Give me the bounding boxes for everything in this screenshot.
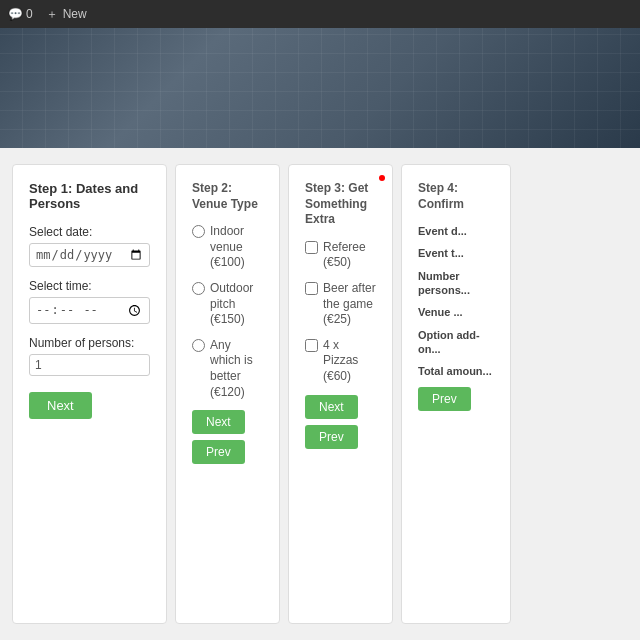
venue-label-any: Any which is better (€120) bbox=[210, 338, 263, 400]
extra-checkbox-referee[interactable] bbox=[305, 241, 318, 254]
extra-label-pizza: 4 x Pizzas (€60) bbox=[323, 338, 376, 385]
confirm-total: Total amoun... bbox=[418, 364, 494, 378]
step3-title: Step 3: Get Something Extra bbox=[305, 181, 376, 228]
venue-radio-any[interactable] bbox=[192, 339, 205, 352]
step3-card: Step 3: Get Something Extra Referee (€50… bbox=[288, 164, 393, 624]
step1-next-button[interactable]: Next bbox=[29, 392, 92, 419]
confirm-persons: Number persons... bbox=[418, 269, 494, 298]
time-input[interactable] bbox=[29, 297, 150, 324]
error-dot bbox=[379, 175, 385, 181]
topbar: 💬 0 ＋ New bbox=[0, 0, 640, 28]
venue-option-outdoor[interactable]: Outdoor pitch (€150) bbox=[192, 281, 263, 328]
step2-card: Step 2: Venue Type Indoor venue (€100) O… bbox=[175, 164, 280, 624]
persons-input[interactable] bbox=[29, 354, 150, 376]
comment-icon: 💬 bbox=[8, 7, 22, 21]
confirm-venue: Venue ... bbox=[418, 305, 494, 319]
persons-group: Number of persons: bbox=[29, 336, 150, 376]
comment-count: 0 bbox=[26, 7, 33, 21]
extra-option-pizza[interactable]: 4 x Pizzas (€60) bbox=[305, 338, 376, 385]
steps-container: Step 1: Dates and Persons Select date: S… bbox=[0, 148, 640, 640]
extra-option-beer[interactable]: Beer after the game (€25) bbox=[305, 281, 376, 328]
step4-card: Step 4: Confirm Event d... Event t... Nu… bbox=[401, 164, 511, 624]
extra-checkbox-pizza[interactable] bbox=[305, 339, 318, 352]
date-group: Select date: bbox=[29, 225, 150, 267]
confirm-event-date: Event d... bbox=[418, 224, 494, 238]
new-label: New bbox=[63, 7, 87, 21]
comment-section[interactable]: 💬 0 bbox=[8, 7, 33, 21]
extra-label-beer: Beer after the game (€25) bbox=[323, 281, 376, 328]
step2-next-button[interactable]: Next bbox=[192, 410, 245, 434]
venue-option-any[interactable]: Any which is better (€120) bbox=[192, 338, 263, 400]
venue-radio-indoor[interactable] bbox=[192, 225, 205, 238]
plus-icon: ＋ bbox=[45, 7, 59, 21]
venue-option-indoor[interactable]: Indoor venue (€100) bbox=[192, 224, 263, 271]
extra-label-referee: Referee (€50) bbox=[323, 240, 376, 271]
date-label: Select date: bbox=[29, 225, 150, 239]
step4-prev-button[interactable]: Prev bbox=[418, 387, 471, 411]
step3-next-button[interactable]: Next bbox=[305, 395, 358, 419]
confirm-event-time: Event t... bbox=[418, 246, 494, 260]
new-section[interactable]: ＋ New bbox=[45, 7, 87, 21]
time-group: Select time: bbox=[29, 279, 150, 324]
step3-prev-button[interactable]: Prev bbox=[305, 425, 358, 449]
time-label: Select time: bbox=[29, 279, 150, 293]
venue-radio-outdoor[interactable] bbox=[192, 282, 205, 295]
step2-title: Step 2: Venue Type bbox=[192, 181, 263, 212]
date-input[interactable] bbox=[29, 243, 150, 267]
confirm-options: Option add-on... bbox=[418, 328, 494, 357]
step2-prev-button[interactable]: Prev bbox=[192, 440, 245, 464]
extra-option-referee[interactable]: Referee (€50) bbox=[305, 240, 376, 271]
step1-card: Step 1: Dates and Persons Select date: S… bbox=[12, 164, 167, 624]
step4-title: Step 4: Confirm bbox=[418, 181, 494, 212]
extra-checkbox-beer[interactable] bbox=[305, 282, 318, 295]
step1-title: Step 1: Dates and Persons bbox=[29, 181, 150, 211]
hero-image bbox=[0, 28, 640, 148]
step3-buttons: Next Prev bbox=[305, 395, 376, 449]
venue-label-outdoor: Outdoor pitch (€150) bbox=[210, 281, 263, 328]
persons-label: Number of persons: bbox=[29, 336, 150, 350]
venue-label-indoor: Indoor venue (€100) bbox=[210, 224, 263, 271]
